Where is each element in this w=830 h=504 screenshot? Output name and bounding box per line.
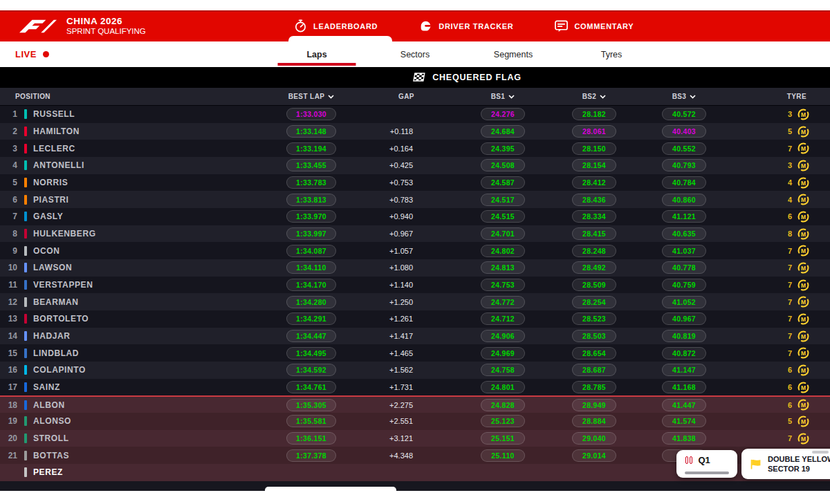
tab-driver-tracker[interactable]: DRIVER TRACKER [398,10,534,41]
tyre-cell: 6M [729,211,830,223]
bs3-pill: 40.793 [662,159,706,171]
table-row[interactable]: 10LAWSON1:34.110+1.08024.81328.49240.778… [0,259,830,277]
bs2-pill: 29.040 [572,432,616,445]
subtab-tyres[interactable]: Tyres [562,41,661,67]
table-row[interactable]: 14HADJAR1:34.447+1.41724.90628.50340.819… [0,328,830,345]
team-color-bar [24,229,27,239]
table-row[interactable]: 4ANTONELLI1:33.455+0.42524.50828.15440.7… [0,157,830,174]
subtab-laps[interactable]: Laps [268,41,366,67]
bs1-pill: 24.801 [481,381,525,393]
medium-tyre-icon: M [797,126,809,138]
table-row[interactable]: 16COLAPINTO1:34.592+1.56224.75828.68741.… [0,362,830,379]
f1-logo[interactable] [19,19,57,33]
bs3-cell: 40.552 [639,142,729,155]
bs3-pill: 41.574 [662,415,706,427]
bs1-pill: 25.123 [481,415,525,427]
table-row[interactable]: 2HAMILTON1:33.148+0.11824.68428.06140.40… [0,123,830,140]
table-row[interactable]: 9OCON1:34.087+1.05724.80228.24841.0377M [0,242,830,259]
bs1-pill: 24.802 [481,245,525,257]
bs1-cell: 24.813 [456,261,549,274]
team-color-bar [24,178,27,187]
best-lap-pill: 1:33.148 [286,125,336,138]
table-row[interactable]: 8HULKENBERG1:33.997+0.96724.70128.41540.… [0,225,830,243]
sub-tabs: Laps Sectors Segments Tyres [268,41,661,67]
best-lap-cell: 1:35.305 [266,399,356,411]
session-status-card[interactable]: Q1 [676,450,737,478]
table-row[interactable]: 5NORRIS1:33.783+0.75324.58728.41240.7844… [0,174,830,192]
tyre-lap-count: 7 [788,298,792,306]
team-color-bar [24,331,27,341]
table-row[interactable]: 17SAINZ1:34.761+1.73124.80128.78541.1686… [0,379,830,396]
bs1-cell: 24.395 [456,142,549,155]
svg-text:M: M [801,384,806,391]
best-lap-cell: 1:34.761 [266,381,356,393]
subtab-segments[interactable]: Segments [464,41,562,67]
col-bs2[interactable]: BS2 [582,93,607,100]
bs1-pill: 24.684 [481,125,525,138]
tyre-cell: 7M [729,433,830,445]
bs2-cell: 28.436 [549,194,639,206]
gap-value: +1.057 [356,247,456,255]
bs3-cell: 40.759 [639,279,729,291]
gap-value: +0.425 [356,161,456,169]
best-lap-pill: 1:34.110 [286,261,336,274]
medium-tyre-icon: M [797,279,809,291]
driver-name: PEREZ [30,467,266,477]
best-lap-pill: 1:33.030 [286,108,336,120]
bs2-pill: 28.509 [572,279,616,291]
driver-name: NORRIS [30,178,266,187]
team-color-bar [24,451,27,460]
bs3-pill: 41.168 [662,381,706,393]
bs2-pill: 28.503 [572,330,616,342]
table-row[interactable]: 19ALONSO1:35.581+2.55125.12328.88441.574… [0,413,830,430]
tyre-lap-count: 7 [788,315,792,323]
bs1-cell: 25.123 [456,415,549,427]
position-number: 10 [8,263,21,272]
driver-name: ALONSO [30,416,266,426]
bs2-pill: 28.061 [572,125,616,138]
table-row[interactable]: 13BORTOLETO1:34.291+1.26124.71228.52340.… [0,310,830,328]
tyre-lap-count: 3 [788,110,792,118]
bottom-sheet-handle[interactable] [265,487,396,491]
team-color-bar [24,246,27,256]
svg-text:M: M [801,350,806,357]
medium-tyre-icon: M [797,160,809,171]
flag-message-line2: SECTOR 19 [768,464,830,474]
driver-name: HULKENBERG [30,229,266,239]
driver-name: BORTOLETO [30,314,266,324]
driver-name: HAMILTON [30,127,266,136]
col-best-lap[interactable]: BEST LAP [288,93,335,100]
table-row[interactable]: 12BEARMAN1:34.280+1.25024.77228.25441.05… [0,293,830,310]
bs1-cell: 24.701 [456,227,549,240]
table-row[interactable]: 20STROLL1:36.151+3.12125.15129.04041.838… [0,430,830,447]
table-row[interactable]: 18ALBON1:35.305+2.27524.82828.94941.4476… [0,395,830,413]
subtab-sectors[interactable]: Sectors [366,41,464,67]
table-row[interactable]: 15LINDBLAD1:34.495+1.46524.96928.65440.8… [0,344,830,362]
best-lap-cell: 1:34.110 [266,261,356,274]
table-row[interactable]: 7GASLY1:33.970+0.94024.51528.33441.1216M [0,208,830,225]
gap-value: +0.940 [356,212,456,221]
table-row[interactable]: 1RUSSELL1:33.03024.27628.18240.5723M [0,106,830,123]
svg-text:M: M [801,264,806,271]
tyre-cell: 3M [729,160,830,171]
team-color-bar [24,280,27,290]
bs2-pill: 28.436 [572,194,616,206]
bs2-cell: 28.248 [549,245,639,257]
bs3-pill: 41.447 [662,399,706,411]
col-bs3[interactable]: BS3 [672,93,697,100]
bs2-cell: 28.150 [549,142,639,155]
tyre-cell: 7M [729,313,830,325]
bs1-cell: 24.801 [456,381,549,393]
gap-value: +1.562 [356,366,456,374]
table-row[interactable]: 11VERSTAPPEN1:34.170+1.14024.75328.50940… [0,277,830,294]
gap-value: +0.783 [356,196,456,204]
best-lap-cell: 1:33.997 [266,227,356,240]
col-bs1[interactable]: BS1 [491,93,515,100]
status-banner-label: CHEQUERED FLAG [432,73,522,82]
table-row[interactable]: 3LECLERC1:33.194+0.16424.39528.15040.552… [0,140,830,157]
tab-commentary[interactable]: COMMENTARY [534,10,654,41]
bs2-pill: 28.334 [572,210,616,223]
speech-bubble-icon [555,20,568,32]
table-row[interactable]: 6PIASTRI1:33.813+0.78324.51728.43640.860… [0,191,830,208]
flag-notification-card[interactable]: DOUBLE YELLOW IN SECTOR 19 [741,449,830,479]
